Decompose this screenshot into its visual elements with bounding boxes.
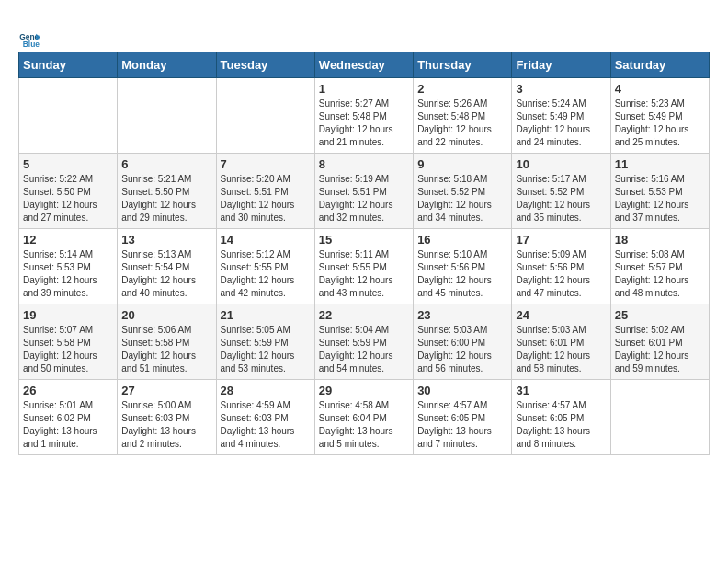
day-number: 15 bbox=[319, 233, 409, 247]
day-info: Sunrise: 5:06 AM Sunset: 5:58 PM Dayligh… bbox=[121, 324, 211, 375]
day-number: 25 bbox=[615, 308, 705, 322]
calendar-cell: 11Sunrise: 5:16 AM Sunset: 5:53 PM Dayli… bbox=[610, 154, 709, 229]
day-number: 11 bbox=[615, 157, 705, 171]
weekday-header-sunday: Sunday bbox=[19, 52, 118, 78]
day-info: Sunrise: 5:26 AM Sunset: 5:48 PM Dayligh… bbox=[417, 98, 507, 149]
day-number: 17 bbox=[516, 233, 606, 247]
day-number: 27 bbox=[121, 384, 211, 397]
calendar-cell: 16Sunrise: 5:10 AM Sunset: 5:56 PM Dayli… bbox=[414, 229, 512, 304]
calendar-cell: 30Sunrise: 4:57 AM Sunset: 6:05 PM Dayli… bbox=[414, 380, 512, 455]
week-row-5: 26Sunrise: 5:01 AM Sunset: 6:02 PM Dayli… bbox=[19, 380, 710, 455]
calendar-cell: 7Sunrise: 5:20 AM Sunset: 5:51 PM Daylig… bbox=[216, 154, 314, 229]
day-number: 21 bbox=[221, 308, 311, 322]
day-info: Sunrise: 5:21 AM Sunset: 5:50 PM Dayligh… bbox=[121, 173, 211, 224]
day-number: 18 bbox=[615, 233, 705, 247]
day-number: 20 bbox=[121, 308, 211, 322]
day-number: 29 bbox=[319, 384, 409, 397]
weekday-header-row: SundayMondayTuesdayWednesdayThursdayFrid… bbox=[19, 52, 710, 78]
day-info: Sunrise: 5:12 AM Sunset: 5:55 PM Dayligh… bbox=[221, 248, 311, 300]
calendar-cell: 13Sunrise: 5:13 AM Sunset: 5:54 PM Dayli… bbox=[118, 229, 216, 304]
day-number: 23 bbox=[417, 308, 507, 322]
day-number: 30 bbox=[417, 384, 507, 397]
calendar-cell: 20Sunrise: 5:06 AM Sunset: 5:58 PM Dayli… bbox=[118, 304, 216, 380]
day-number: 4 bbox=[615, 82, 705, 96]
calendar-cell: 14Sunrise: 5:12 AM Sunset: 5:55 PM Dayli… bbox=[216, 229, 314, 304]
week-row-1: 1Sunrise: 5:27 AM Sunset: 5:48 PM Daylig… bbox=[19, 78, 710, 154]
calendar-cell: 26Sunrise: 5:01 AM Sunset: 6:02 PM Dayli… bbox=[19, 380, 118, 455]
calendar-cell: 25Sunrise: 5:02 AM Sunset: 6:01 PM Dayli… bbox=[610, 304, 709, 380]
calendar-cell: 8Sunrise: 5:19 AM Sunset: 5:51 PM Daylig… bbox=[314, 154, 413, 229]
calendar-cell: 17Sunrise: 5:09 AM Sunset: 5:56 PM Dayli… bbox=[512, 229, 610, 304]
day-info: Sunrise: 5:11 AM Sunset: 5:55 PM Dayligh… bbox=[319, 248, 409, 300]
calendar-cell: 22Sunrise: 5:04 AM Sunset: 5:59 PM Dayli… bbox=[314, 304, 413, 380]
day-number: 28 bbox=[221, 384, 311, 397]
day-number: 1 bbox=[319, 82, 409, 96]
day-info: Sunrise: 4:59 AM Sunset: 6:03 PM Dayligh… bbox=[221, 399, 311, 451]
weekday-header-friday: Friday bbox=[512, 52, 610, 78]
day-info: Sunrise: 5:18 AM Sunset: 5:52 PM Dayligh… bbox=[417, 173, 507, 224]
day-number: 3 bbox=[516, 82, 606, 96]
day-number: 8 bbox=[319, 157, 409, 171]
day-info: Sunrise: 5:03 AM Sunset: 6:00 PM Dayligh… bbox=[417, 324, 507, 375]
weekday-header-thursday: Thursday bbox=[414, 52, 512, 78]
day-number: 26 bbox=[23, 384, 113, 397]
calendar-cell: 29Sunrise: 4:58 AM Sunset: 6:04 PM Dayli… bbox=[314, 380, 413, 455]
day-number: 22 bbox=[319, 308, 409, 322]
day-number: 16 bbox=[417, 233, 507, 247]
day-info: Sunrise: 5:22 AM Sunset: 5:50 PM Dayligh… bbox=[23, 173, 113, 224]
day-number: 12 bbox=[23, 233, 113, 247]
calendar-cell: 15Sunrise: 5:11 AM Sunset: 5:55 PM Dayli… bbox=[314, 229, 413, 304]
day-info: Sunrise: 4:57 AM Sunset: 6:05 PM Dayligh… bbox=[417, 399, 507, 451]
calendar-cell: 4Sunrise: 5:23 AM Sunset: 5:49 PM Daylig… bbox=[610, 78, 709, 154]
logo-icon: General Blue bbox=[18, 29, 40, 52]
day-info: Sunrise: 4:57 AM Sunset: 6:05 PM Dayligh… bbox=[516, 399, 606, 451]
day-number: 5 bbox=[23, 157, 113, 171]
calendar-table: SundayMondayTuesdayWednesdayThursdayFrid… bbox=[18, 52, 710, 455]
page-header: General Blue bbox=[18, 26, 710, 52]
day-number: 13 bbox=[121, 233, 211, 247]
day-info: Sunrise: 5:09 AM Sunset: 5:56 PM Dayligh… bbox=[516, 248, 606, 300]
day-info: Sunrise: 5:04 AM Sunset: 5:59 PM Dayligh… bbox=[319, 324, 409, 375]
day-info: Sunrise: 5:07 AM Sunset: 5:58 PM Dayligh… bbox=[23, 324, 113, 375]
calendar-cell bbox=[216, 78, 314, 154]
svg-text:Blue: Blue bbox=[23, 40, 40, 49]
calendar-cell: 2Sunrise: 5:26 AM Sunset: 5:48 PM Daylig… bbox=[414, 78, 512, 154]
day-info: Sunrise: 5:01 AM Sunset: 6:02 PM Dayligh… bbox=[23, 399, 113, 451]
day-info: Sunrise: 5:20 AM Sunset: 5:51 PM Dayligh… bbox=[221, 173, 311, 224]
day-info: Sunrise: 5:23 AM Sunset: 5:49 PM Dayligh… bbox=[615, 98, 705, 149]
day-info: Sunrise: 5:08 AM Sunset: 5:57 PM Dayligh… bbox=[615, 248, 705, 300]
calendar-cell: 21Sunrise: 5:05 AM Sunset: 5:59 PM Dayli… bbox=[216, 304, 314, 380]
week-row-4: 19Sunrise: 5:07 AM Sunset: 5:58 PM Dayli… bbox=[19, 304, 710, 380]
day-number: 31 bbox=[516, 384, 606, 397]
calendar-cell bbox=[610, 380, 709, 455]
day-number: 10 bbox=[516, 157, 606, 171]
day-info: Sunrise: 5:17 AM Sunset: 5:52 PM Dayligh… bbox=[516, 173, 606, 224]
day-info: Sunrise: 5:05 AM Sunset: 5:59 PM Dayligh… bbox=[221, 324, 311, 375]
calendar-cell: 19Sunrise: 5:07 AM Sunset: 5:58 PM Dayli… bbox=[19, 304, 118, 380]
day-number: 19 bbox=[23, 308, 113, 322]
calendar-cell: 31Sunrise: 4:57 AM Sunset: 6:05 PM Dayli… bbox=[512, 380, 610, 455]
day-number: 14 bbox=[221, 233, 311, 247]
calendar-cell: 9Sunrise: 5:18 AM Sunset: 5:52 PM Daylig… bbox=[414, 154, 512, 229]
day-info: Sunrise: 5:03 AM Sunset: 6:01 PM Dayligh… bbox=[516, 324, 606, 375]
day-info: Sunrise: 5:19 AM Sunset: 5:51 PM Dayligh… bbox=[319, 173, 409, 224]
week-row-3: 12Sunrise: 5:14 AM Sunset: 5:53 PM Dayli… bbox=[19, 229, 710, 304]
calendar-cell bbox=[118, 78, 216, 154]
day-info: Sunrise: 5:16 AM Sunset: 5:53 PM Dayligh… bbox=[615, 173, 705, 224]
calendar-cell: 12Sunrise: 5:14 AM Sunset: 5:53 PM Dayli… bbox=[19, 229, 118, 304]
calendar-cell: 6Sunrise: 5:21 AM Sunset: 5:50 PM Daylig… bbox=[118, 154, 216, 229]
day-number: 9 bbox=[417, 157, 507, 171]
day-number: 24 bbox=[516, 308, 606, 322]
calendar-cell: 24Sunrise: 5:03 AM Sunset: 6:01 PM Dayli… bbox=[512, 304, 610, 380]
day-info: Sunrise: 5:13 AM Sunset: 5:54 PM Dayligh… bbox=[121, 248, 211, 300]
day-number: 7 bbox=[221, 157, 311, 171]
day-info: Sunrise: 5:00 AM Sunset: 6:03 PM Dayligh… bbox=[121, 399, 211, 451]
calendar-cell: 28Sunrise: 4:59 AM Sunset: 6:03 PM Dayli… bbox=[216, 380, 314, 455]
week-row-2: 5Sunrise: 5:22 AM Sunset: 5:50 PM Daylig… bbox=[19, 154, 710, 229]
calendar-cell: 18Sunrise: 5:08 AM Sunset: 5:57 PM Dayli… bbox=[610, 229, 709, 304]
logo: General Blue bbox=[18, 29, 44, 52]
calendar-cell: 3Sunrise: 5:24 AM Sunset: 5:49 PM Daylig… bbox=[512, 78, 610, 154]
calendar-cell bbox=[19, 78, 118, 154]
day-info: Sunrise: 5:27 AM Sunset: 5:48 PM Dayligh… bbox=[319, 98, 409, 149]
day-number: 2 bbox=[417, 82, 507, 96]
